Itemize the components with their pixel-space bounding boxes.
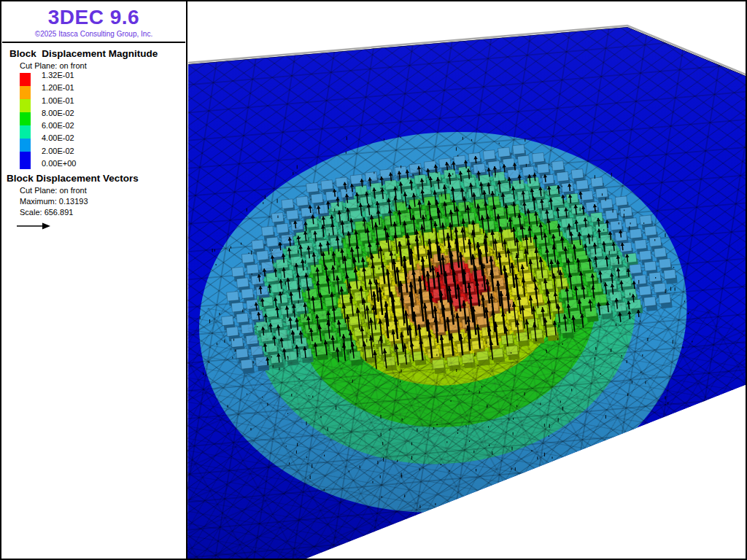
model-block xyxy=(187,1,746,559)
magnitude-legend-title: Block Displacement Magnitude xyxy=(9,48,186,59)
colorbar-label: 4.00E-02 xyxy=(42,133,76,143)
colorbar-segment-blue xyxy=(20,152,31,169)
app-title: 3DEC 9.6 xyxy=(1,6,186,29)
colorbar-segment-azure xyxy=(20,139,31,152)
colorbar-segment-yellowgreen xyxy=(20,99,31,112)
vectors-maximum-label: Maximum: 0.13193 xyxy=(20,197,186,206)
divider xyxy=(2,42,185,43)
magnitude-cutplane-label: Cut Plane: on front xyxy=(20,61,186,70)
colorbar-segment-orange xyxy=(20,86,31,99)
colorbar-label: 8.00E-02 xyxy=(42,109,76,118)
colorbar-segment-green xyxy=(20,112,31,125)
colorbar-segment-springgreen xyxy=(20,125,31,139)
colorbar-label: 1.00E-01 xyxy=(42,96,76,106)
vector-scale-arrow-icon xyxy=(17,222,52,230)
colorbar-segment-red xyxy=(20,73,31,86)
colorbar-label: 6.00E-02 xyxy=(42,121,76,131)
colorbar-label: 2.00E-02 xyxy=(42,147,76,156)
vectors-scale-label: Scale: 656.891 xyxy=(20,208,186,217)
app-window: 3DEC 9.6 ©2025 Itasca Consulting Group, … xyxy=(0,0,747,560)
colorbar xyxy=(20,73,31,171)
colorbar-label: 1.32E-01 xyxy=(42,71,76,80)
viewport-3d[interactable] xyxy=(187,1,746,559)
vectors-cutplane-label: Cut Plane: on front xyxy=(20,186,186,195)
magnitude-colorbar: 1.32E-01 1.20E-01 1.00E-01 8.00E-02 6.00… xyxy=(20,73,186,171)
vectors-legend-title: Block Displacement Vectors xyxy=(7,173,186,184)
colorbar-label: 1.20E-01 xyxy=(42,83,76,93)
model-scene xyxy=(187,1,746,559)
colorbar-label: 0.00E+00 xyxy=(42,159,76,168)
legend-panel: 3DEC 9.6 ©2025 Itasca Consulting Group, … xyxy=(1,1,187,559)
depth-shading xyxy=(187,1,746,559)
colorbar-labels: 1.32E-01 1.20E-01 1.00E-01 8.00E-02 6.00… xyxy=(42,71,76,168)
copyright-text: ©2025 Itasca Consulting Group, Inc. xyxy=(1,30,186,38)
